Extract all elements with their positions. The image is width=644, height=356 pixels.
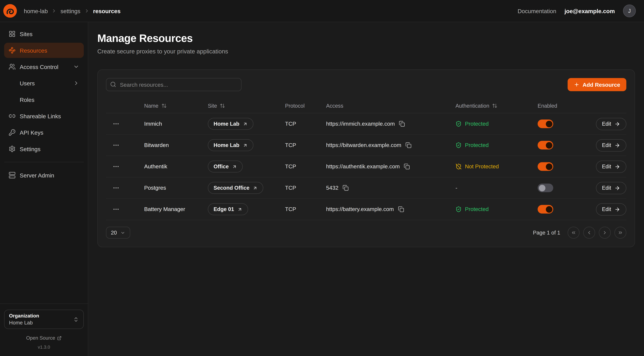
sidebar-item-resources[interactable]: Resources	[4, 43, 84, 58]
sidebar-nav: SitesResourcesAccess ControlUsersRolesSh…	[4, 26, 84, 304]
app-logo-icon[interactable]	[3, 4, 17, 18]
page-size-select[interactable]: 20	[106, 227, 130, 239]
page-subtitle: Create secure proxies to your private ap…	[97, 48, 635, 55]
first-page-button[interactable]	[568, 227, 580, 239]
app: home-lab settings resources Documentatio…	[0, 0, 644, 356]
arrow-up-right-icon	[243, 143, 248, 148]
row-menu-button[interactable]	[110, 182, 122, 194]
enabled-cell	[538, 120, 595, 128]
sidebar-item-server-admin[interactable]: Server Admin	[4, 168, 84, 183]
page-info: Page 1 of 1	[533, 230, 560, 236]
enabled-toggle[interactable]	[538, 205, 553, 214]
site-name: Edge 01	[214, 206, 234, 212]
access-value: 5432	[326, 185, 338, 191]
copy-icon	[406, 142, 412, 148]
copy-button[interactable]	[342, 185, 349, 191]
enabled-toggle[interactable]	[538, 162, 553, 171]
sidebar-item-sites[interactable]: Sites	[4, 26, 84, 42]
sidebar-item-access-control[interactable]: Access Control	[4, 59, 84, 74]
sort-icon	[220, 103, 225, 108]
column-header-label: Site	[208, 103, 217, 109]
row-menu-button[interactable]	[110, 140, 122, 151]
protocol-value: TCP	[285, 185, 296, 191]
key-icon	[8, 129, 16, 136]
site-link-button[interactable]: Second Office	[208, 182, 264, 194]
arrow-up-right-icon	[237, 207, 242, 212]
edit-cell: Edit	[595, 160, 626, 173]
authentication-cell: Protected	[456, 206, 538, 212]
copy-button[interactable]	[399, 121, 405, 127]
table-header-row: NameSiteProtocolAccessAuthenticationEnab…	[106, 98, 626, 113]
breadcrumb-resources: resources	[93, 8, 120, 14]
ellipsis-icon	[112, 163, 119, 170]
site-link-button[interactable]: Home Lab	[208, 118, 253, 130]
resource-name-cell: Authentik	[144, 164, 208, 170]
chevrons-left-icon	[571, 230, 576, 235]
organization-selector[interactable]: Organization Home Lab	[4, 310, 84, 329]
last-page-button[interactable]	[614, 227, 626, 239]
protocol-cell: TCP	[285, 206, 326, 212]
site-link-button[interactable]: Home Lab	[208, 139, 253, 151]
sidebar-item-api-keys[interactable]: API Keys	[4, 125, 84, 140]
shield-check-icon	[456, 121, 462, 127]
authentication-label: Protected	[465, 142, 489, 148]
access-cell: https://battery.example.com	[326, 206, 456, 212]
add-resource-button[interactable]: Add Resource	[568, 78, 626, 91]
breadcrumb-home-lab[interactable]: home-lab	[24, 8, 48, 14]
next-page-button[interactable]	[599, 227, 611, 239]
sidebar-item-users[interactable]: Users	[4, 76, 84, 91]
documentation-link[interactable]: Documentation	[518, 8, 556, 14]
edit-button[interactable]: Edit	[596, 182, 626, 194]
column-header-authentication[interactable]: Authentication	[456, 103, 538, 109]
column-header-site[interactable]: Site	[208, 103, 285, 109]
sidebar-item-settings[interactable]: Settings	[4, 141, 84, 156]
avatar[interactable]: J	[623, 4, 636, 17]
site-link-button[interactable]: Office	[208, 160, 243, 172]
ellipsis-icon	[112, 142, 119, 148]
sidebar-item-roles[interactable]: Roles	[4, 92, 84, 107]
chevron-right-icon	[73, 80, 79, 86]
arrow-right-icon	[614, 206, 620, 212]
sidebar-item-shareable-links[interactable]: Shareable Links	[4, 108, 84, 124]
column-header-name[interactable]: Name	[144, 103, 208, 109]
edit-cell: Edit	[595, 203, 626, 216]
toggle-knob	[546, 163, 552, 170]
edit-button[interactable]: Edit	[596, 118, 626, 130]
enabled-toggle[interactable]	[538, 141, 553, 150]
topbar: home-lab settings resources Documentatio…	[0, 0, 644, 22]
authentication-label: Protected	[465, 121, 489, 127]
previous-page-button[interactable]	[583, 227, 595, 239]
enabled-toggle[interactable]	[538, 184, 553, 192]
resources-card: Add Resource NameSiteProtocolAccessAuthe…	[97, 70, 635, 247]
user-email[interactable]: joe@example.com	[564, 8, 615, 14]
authentication-cell: Not Protected	[456, 164, 538, 170]
breadcrumb-settings[interactable]: settings	[60, 8, 80, 14]
access-cell: 5432	[326, 185, 456, 191]
copy-button[interactable]	[404, 164, 410, 170]
enabled-toggle[interactable]	[538, 120, 553, 128]
chevron-right-icon	[52, 8, 57, 14]
search-icon	[110, 81, 116, 88]
copy-button[interactable]	[398, 206, 404, 212]
edit-button[interactable]: Edit	[596, 203, 626, 216]
open-source-link[interactable]: Open Source	[4, 335, 84, 341]
authentication-label: Not Protected	[465, 164, 499, 170]
row-menu-button[interactable]	[110, 204, 122, 215]
arrow-right-icon	[614, 185, 620, 191]
row-menu-button[interactable]	[110, 118, 122, 130]
copy-button[interactable]	[406, 142, 412, 148]
enabled-cell	[538, 141, 595, 150]
row-menu-cell	[106, 140, 144, 151]
edit-button[interactable]: Edit	[596, 160, 626, 173]
authentication-cell: Protected	[456, 142, 538, 148]
table-row: Battery ManagerEdge 01TCPhttps://battery…	[106, 199, 626, 220]
row-menu-button[interactable]	[110, 161, 122, 172]
site-link-button[interactable]: Edge 01	[208, 203, 248, 215]
edit-button[interactable]: Edit	[596, 139, 626, 152]
search-input[interactable]	[106, 78, 242, 91]
server-icon	[8, 172, 16, 179]
gear-icon	[8, 146, 16, 152]
app-body: SitesResourcesAccess ControlUsersRolesSh…	[0, 22, 644, 356]
row-menu-cell	[106, 161, 144, 172]
site-cell: Home Lab	[208, 139, 285, 151]
